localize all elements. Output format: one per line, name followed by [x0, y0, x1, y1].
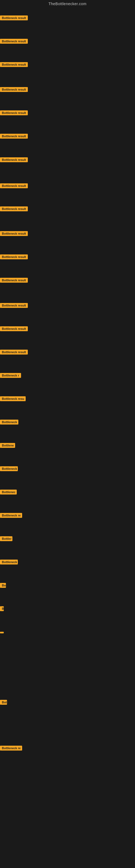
bottleneck-badge[interactable]: Bottleneck result [0, 207, 28, 211]
bottleneck-badge[interactable]: Bottleneck re [0, 746, 22, 750]
bottleneck-badge[interactable]: Bottleneck re [0, 513, 22, 518]
bottleneck-badge[interactable]: Bottleneck result [0, 157, 28, 162]
bottleneck-item [0, 629, 4, 634]
bottleneck-item: Bo [0, 583, 6, 589]
bottleneck-badge[interactable]: Bo [0, 583, 6, 588]
bottleneck-item: Bot [0, 700, 7, 706]
bottleneck-badge[interactable]: Bottleneck result [0, 134, 28, 138]
bottleneck-item: Bottler [0, 536, 12, 542]
bottleneck-item: Bottleneck result [0, 87, 28, 93]
bottleneck-badge[interactable]: Bottleneck result [0, 231, 28, 236]
bottleneck-item: Bottleneck result [0, 207, 28, 212]
bottleneck-item: Bottleneck result [0, 111, 28, 116]
bottleneck-item: B [0, 606, 4, 612]
bottleneck-badge[interactable]: Bottleneck [0, 466, 18, 471]
bottleneck-item: Bottleneck result [0, 134, 28, 140]
bottleneck-item: Bottleneck result [0, 278, 28, 284]
bottleneck-badge[interactable]: Bottleneck result [0, 16, 28, 20]
bottleneck-badge[interactable]: Bottleneck result [0, 87, 28, 92]
bottleneck-item: Bottleneck result [0, 62, 28, 68]
bottleneck-item: Bottleneck r [0, 373, 21, 379]
bottleneck-item: Bottleneck result [0, 254, 28, 260]
bottleneck-item: Bottlene [0, 443, 15, 449]
bottleneck-item: Bottleneck resu [0, 396, 26, 402]
bottleneck-badge[interactable]: B [0, 606, 4, 611]
bottleneck-badge[interactable]: Bottleneck result [0, 111, 28, 115]
bottleneck-item: Bottleneck result [0, 183, 28, 189]
bottleneck-badge[interactable]: Bottleneck result [0, 39, 28, 44]
bottleneck-item: Bottleneck result [0, 157, 28, 163]
bottleneck-item: Bottleneck re [0, 746, 22, 752]
bottleneck-item: Bottleneck re [0, 513, 22, 519]
bottleneck-badge[interactable]: Bottleneck result [0, 183, 28, 188]
bottleneck-item: Bottleneck result [0, 231, 28, 237]
bottleneck-badge[interactable]: Bottlene [0, 443, 15, 448]
bottleneck-badge[interactable]: Bottleneck result [0, 278, 28, 283]
bottleneck-badge[interactable] [0, 632, 4, 633]
bottleneck-badge[interactable]: Bot [0, 700, 7, 705]
bottleneck-item: Bottleneck [0, 466, 18, 472]
bottleneck-item: Bottlenec [0, 490, 17, 496]
bottleneck-badge[interactable]: Bottleneck [0, 560, 18, 564]
bottleneck-badge[interactable]: Bottleneck r [0, 373, 21, 378]
bottleneck-item: Bottleneck result [0, 39, 28, 45]
bottleneck-badge[interactable]: Bottleneck resu [0, 396, 26, 401]
bottleneck-badge[interactable]: Bottlenec [0, 490, 17, 495]
bottleneck-item: Bottleneck [0, 420, 18, 426]
bottleneck-badge[interactable]: Bottleneck result [0, 62, 28, 67]
bottleneck-badge[interactable]: Bottler [0, 536, 12, 541]
bottleneck-item: Bottleneck result [0, 303, 28, 309]
bottleneck-badge[interactable]: Bottleneck [0, 420, 18, 425]
site-title: TheBottlenecker.com [0, 0, 135, 7]
bottleneck-badge[interactable]: Bottleneck result [0, 303, 28, 308]
bottleneck-item: Bottleneck result [0, 326, 28, 332]
bottleneck-badge[interactable]: Bottleneck result [0, 350, 28, 354]
bottleneck-item: Bottleneck result [0, 16, 28, 22]
bottleneck-badge[interactable]: Bottleneck result [0, 254, 28, 259]
bottleneck-badge[interactable]: Bottleneck result [0, 326, 28, 331]
bottleneck-item: Bottleneck [0, 560, 18, 565]
bottleneck-item: Bottleneck result [0, 350, 28, 355]
